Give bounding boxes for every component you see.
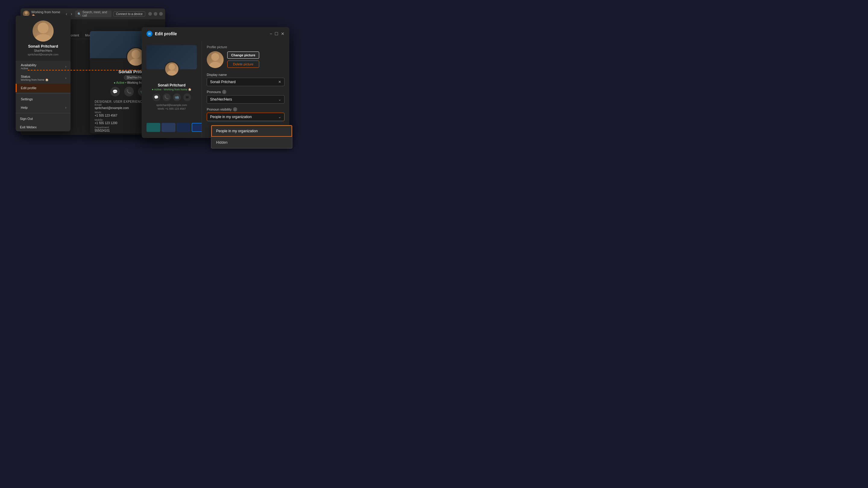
status-label: Status: [21, 75, 49, 78]
bg-swatches: [147, 123, 197, 132]
help-label: Help: [21, 106, 28, 109]
status-value: Working from home 🏠: [21, 78, 49, 82]
display-name-input[interactable]: Sonali Pritchard ✕: [207, 78, 284, 86]
profile-picture-label: Profile picture: [207, 45, 284, 49]
availability-value: Active: [21, 67, 36, 70]
pronoun-visibility-value: People in my organization: [210, 115, 252, 119]
edit-profile-menu-item[interactable]: Edit profile: [16, 84, 70, 92]
exit-webex-menu-item[interactable]: Exit Webex: [16, 123, 70, 131]
search-icon: 🔍: [78, 12, 81, 16]
pronoun-visibility-select[interactable]: People in my organization ⌄: [207, 113, 284, 121]
window-controls: [148, 12, 163, 16]
bg-swatch-3[interactable]: [177, 123, 190, 132]
dialog-video-btn[interactable]: 📹: [173, 93, 181, 101]
settings-menu-item[interactable]: Settings: [16, 95, 70, 103]
dialog-minimize-button[interactable]: −: [270, 31, 272, 36]
connect-device-button[interactable]: Connect to a device: [113, 11, 145, 17]
svg-point-5: [129, 59, 143, 66]
availability-label: Availability: [21, 63, 36, 67]
dialog-preview-phone: Work: +1 555 123 4567: [152, 107, 191, 110]
dialog-preview-email: spritchard@example.com: [152, 104, 191, 107]
svg-point-8: [211, 53, 219, 61]
dialog-title: Edit profile: [155, 31, 177, 36]
change-picture-button[interactable]: Change picture: [227, 52, 259, 59]
pronoun-visibility-chevron-icon: ⌄: [278, 115, 281, 119]
dialog-avatar: [164, 61, 179, 76]
dialog-chat-btn[interactable]: 💬: [153, 93, 160, 101]
menu-divider-2: [16, 113, 70, 113]
settings-label: Settings: [21, 97, 33, 101]
minimize-button[interactable]: [148, 12, 152, 16]
bg-swatches-container: [147, 122, 197, 132]
status-dot: ●: [114, 81, 116, 84]
display-name-clear-icon[interactable]: ✕: [278, 80, 281, 84]
menu-divider-1: [16, 93, 70, 94]
nav-forward-button[interactable]: ›: [70, 11, 73, 17]
pronoun-visibility-info-icon[interactable]: i: [233, 107, 237, 111]
delete-picture-button[interactable]: Delete picture: [227, 61, 259, 68]
profile-pic-thumbnail: [207, 51, 224, 68]
chat-action-button[interactable]: 💬: [110, 87, 120, 96]
search-placeholder: Search, meet, and call: [82, 10, 109, 17]
dialog-preview-actions: 💬 📞 📹 ✉: [152, 93, 191, 101]
display-name-value: Sonali Pritchard: [210, 80, 236, 84]
profile-avatar-large: [33, 21, 54, 41]
call-action-button[interactable]: 📞: [124, 87, 134, 96]
dialog-email-btn[interactable]: ✉: [183, 93, 191, 101]
pronouns-select[interactable]: She/Her/Hers ⌄: [207, 95, 284, 104]
pronoun-visibility-dropdown: People in my organization Hidden: [211, 125, 292, 149]
bg-swatch-4[interactable]: [192, 123, 202, 132]
profile-menu: Sonali Pritchard She/Her/Hers spritchard…: [16, 16, 70, 131]
dialog-title-row: W Edit profile: [147, 31, 177, 37]
pronouns-selected-value: She/Her/Hers: [210, 97, 232, 101]
profile-pronouns: She/Her/Hers: [21, 49, 66, 53]
status-chevron-icon: ›: [65, 76, 66, 80]
help-chevron-icon: ›: [65, 106, 66, 109]
availability-chevron-icon: ›: [65, 65, 66, 68]
dialog-maximize-button[interactable]: ☐: [275, 31, 278, 36]
availability-menu-item[interactable]: Availability Active ›: [16, 61, 70, 72]
dialog-titlebar: W Edit profile − ☐ ✕: [142, 27, 289, 40]
profile-pic-buttons: Change picture Delete picture: [227, 52, 259, 68]
pronouns-chevron-icon: ⌄: [278, 97, 281, 101]
display-name-label: Display name: [207, 73, 284, 76]
dialog-close-button[interactable]: ✕: [281, 31, 284, 36]
dialog-window-controls: − ☐ ✕: [270, 31, 284, 36]
svg-point-6: [168, 64, 175, 70]
profile-card-top: Sonali Pritchard She/Her/Hers spritchard…: [16, 16, 70, 61]
dialog-webex-icon: W: [147, 31, 153, 37]
status-menu-item[interactable]: Status Working from home 🏠 ›: [16, 72, 70, 84]
svg-point-2: [38, 23, 49, 33]
svg-point-9: [209, 62, 221, 68]
svg-point-3: [35, 34, 52, 41]
maximize-button[interactable]: [154, 12, 157, 16]
profile-email: spritchard@example.com: [21, 53, 66, 56]
pronouns-info-icon[interactable]: i: [222, 90, 226, 94]
sign-out-menu-item[interactable]: Sign Out: [16, 115, 70, 123]
bg-swatch-2[interactable]: [161, 123, 176, 132]
edit-profile-dialog: W Edit profile − ☐ ✕ Sonali Pritchard ● …: [142, 27, 289, 138]
dropdown-option-organization[interactable]: People in my organization: [211, 125, 292, 137]
dropdown-option-hidden[interactable]: Hidden: [211, 137, 292, 148]
search-bar[interactable]: 🔍 Search, meet, and call: [75, 10, 111, 17]
profile-picture-section: Change picture Delete picture: [207, 51, 284, 68]
svg-point-0: [25, 11, 28, 14]
dialog-preview-status: ● Active · Working from home 🏠: [152, 88, 191, 91]
svg-point-7: [167, 70, 177, 76]
close-button[interactable]: [159, 12, 163, 16]
status-active: Active: [116, 81, 124, 84]
pronoun-visibility-label: Pronoun visibility i: [207, 107, 284, 111]
profile-name: Sonali Pritchard: [21, 44, 66, 48]
pronouns-field-label: Pronouns i: [207, 90, 284, 94]
dialog-preview-name: Sonali Pritchard: [152, 83, 191, 87]
dialog-left-panel: Sonali Pritchard ● Active · Working from…: [142, 40, 202, 137]
help-menu-item[interactable]: Help ›: [16, 103, 70, 112]
svg-point-4: [131, 50, 140, 59]
dialog-call-btn[interactable]: 📞: [163, 93, 170, 101]
bg-swatch-1[interactable]: [147, 123, 160, 132]
edit-profile-label: Edit profile: [21, 86, 36, 90]
